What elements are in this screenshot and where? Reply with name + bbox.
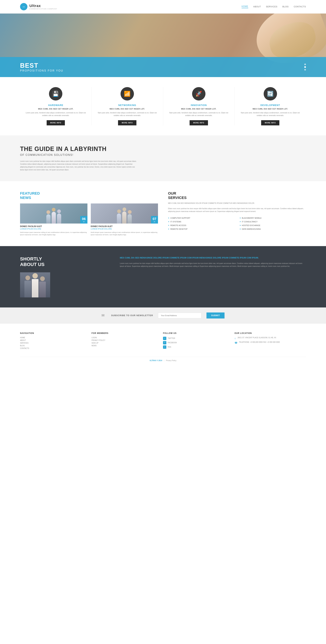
hero-text: BEST PROPOSITIONS FOR YOU bbox=[20, 62, 63, 72]
footer-members-signup[interactable]: SIGN UP bbox=[92, 342, 160, 344]
feature-innovation: 🚀 INNOVATION MES CUML DIA SED CET INGER … bbox=[163, 87, 235, 126]
networking-more-info[interactable]: MORE INFO bbox=[118, 120, 136, 126]
logo-icon: ↔ bbox=[20, 3, 28, 10]
about-right: MES CUML DIA SED INENIASINGE DOLORE IPSU… bbox=[120, 256, 306, 268]
footer-twitter[interactable]: t TWITTER bbox=[163, 337, 231, 340]
hero-dot-3[interactable] bbox=[304, 69, 306, 70]
services-col-2: ➤ BLACKBERRY MOBILE ➤ IT CONSULTANCY ➤ H… bbox=[240, 216, 306, 231]
footer-facebook[interactable]: f FACEBOOK bbox=[163, 341, 231, 344]
hardware-sub: MES CUML DIA SED CET INGER LOT. bbox=[38, 108, 74, 110]
features-section: 💾 HARDWARE MES CUML DIA SED CET INGER LO… bbox=[0, 77, 326, 136]
featured-news-label: FEATURED NEWS bbox=[20, 191, 158, 200]
about-left: SHORTLY ABOUT US bbox=[20, 256, 113, 298]
footer-nav-title: NAVIGATION bbox=[20, 332, 88, 334]
footer-address-text: 28/21 ST. VINCENT PLACE GLASGOW, G1 4B, … bbox=[238, 337, 276, 338]
about-title: SHORTLY ABOUT US bbox=[20, 256, 113, 267]
development-more-info[interactable]: MORE INFO bbox=[261, 120, 280, 126]
hero-dot-2[interactable] bbox=[304, 66, 306, 68]
labyrinth-title: THE GUIDE IN A LABYRINTH bbox=[20, 146, 306, 152]
feature-hardware: 💾 HARDWARE MES CUML DIA SED CET INGER LO… bbox=[20, 87, 92, 126]
service-blackberry[interactable]: ➤ BLACKBERRY MOBILE bbox=[240, 216, 306, 220]
innovation-sub: MES CUML DIA SED CET INGER LOT. bbox=[181, 108, 216, 110]
news-cards: 06 JA DONEC FACILISI ULET LOREM IPSUM DO… bbox=[20, 204, 158, 236]
newsletter-submit-button[interactable]: SUBMIT bbox=[206, 312, 224, 318]
service-data-warehousing[interactable]: ➤ DATA WAREHOUSING bbox=[240, 227, 306, 231]
footer-privacy-link[interactable]: Privacy Policy bbox=[166, 360, 176, 362]
service-remote-desktop[interactable]: ➤ REMOTE DESKTOP bbox=[168, 227, 234, 231]
development-title: DEVELOPMENT bbox=[260, 104, 280, 106]
newsletter-section: ✉ SUBSCRIBE TO OUR NEWSLETTER SUBMIT bbox=[0, 308, 326, 324]
chevron-right-icon: ➤ bbox=[240, 217, 241, 219]
footer-social-col: FOLLOW US t TWITTER f FACEBOOK r RSS bbox=[163, 332, 234, 350]
service-remote-access[interactable]: ➤ REMOTE ACCESS bbox=[168, 224, 234, 227]
service-it-systems[interactable]: ➤ IT SYSTEMS bbox=[168, 220, 234, 224]
service-hosted-exchange[interactable]: ➤ HOSTED EXCHANGE bbox=[240, 224, 306, 227]
footer-nav-about[interactable]: ABOUT bbox=[20, 340, 88, 341]
about-highlight: MES CUML DIA SED INENIASINGE DOLORE IPSU… bbox=[120, 256, 306, 260]
footer-nav-blog[interactable]: BLOG bbox=[20, 345, 88, 346]
news-card-1-title: DONEC FACILISI ULET bbox=[20, 225, 88, 228]
news-card-2-title: DONEC FACILISI ULET bbox=[91, 225, 158, 228]
services-columns: ➤ COMPUTER SUPPORT ➤ IT SYSTEMS ➤ REMOTE… bbox=[168, 216, 306, 231]
hero-title: BEST bbox=[20, 62, 63, 69]
about-photo bbox=[20, 272, 50, 298]
nav-about[interactable]: ABOUT bbox=[253, 6, 261, 8]
news-card-1: 06 JA DONEC FACILISI ULET LOREM IPSUM DO… bbox=[20, 204, 88, 236]
hero-dot-1[interactable] bbox=[304, 64, 306, 65]
innovation-desc: Nam justo ante, hendrerit vitae aliqua c… bbox=[166, 112, 231, 117]
nav-services[interactable]: SERVICES bbox=[266, 6, 277, 8]
feature-networking: 📶 NETWORKING MES CUML DIA SED CET INGER … bbox=[92, 87, 163, 126]
chevron-right-icon: ➤ bbox=[168, 217, 169, 219]
footer-phone: ☎ TELEPHONE: +0 000,000 0000 FAX: +0 000… bbox=[234, 341, 303, 344]
footer-members-privacy[interactable]: PRIVACY POLICY bbox=[92, 340, 160, 341]
footer-nav-contacts[interactable]: CONTACTS bbox=[20, 348, 88, 349]
news-img-people-1 bbox=[20, 204, 88, 224]
labyrinth-subtitle: OF COMMUNICATION SOLUTIONS! bbox=[20, 154, 306, 156]
nav-contacts[interactable]: CONTACTS bbox=[294, 6, 306, 8]
hero-section: BEST PROPOSITIONS FOR YOU bbox=[0, 14, 326, 77]
footer-nav-home[interactable]: HOME bbox=[20, 337, 88, 338]
service-computer-support[interactable]: ➤ COMPUTER SUPPORT bbox=[168, 216, 234, 220]
footer-members-col: FOR MEMBERS LOGIN PRIVACY POLICY SIGN UP… bbox=[92, 332, 163, 350]
logo-sub: COMMUNICATION COMPANY bbox=[30, 8, 57, 10]
footer-members-login[interactable]: LOGIN bbox=[92, 337, 160, 338]
news-card-1-sub: LOREM IPSUM DOLORE bbox=[20, 228, 88, 230]
nav-blog[interactable]: BLOG bbox=[282, 6, 289, 8]
footer-nav-services[interactable]: SERVICES bbox=[20, 342, 88, 344]
chevron-right-icon: ➤ bbox=[240, 221, 241, 222]
newsletter-email-input[interactable] bbox=[158, 313, 202, 318]
nav-home[interactable]: HOME bbox=[242, 5, 248, 8]
chevron-right-icon: ➤ bbox=[168, 224, 169, 226]
innovation-more-info[interactable]: MORE INFO bbox=[190, 120, 208, 126]
content-section: FEATURED NEWS bbox=[0, 181, 326, 246]
hardware-more-info[interactable]: MORE INFO bbox=[47, 120, 65, 126]
services-desc1: MES CUML DIA SED INENIASINGE DOLOR IPSUM… bbox=[168, 202, 306, 205]
networking-sub: MES CUML DIA SED CET INGER LOT. bbox=[110, 108, 145, 110]
networking-icon: 📶 bbox=[120, 87, 134, 100]
footer-rss[interactable]: r RSS bbox=[163, 346, 231, 349]
hero-subtitle: PROPOSITIONS FOR YOU bbox=[20, 69, 63, 72]
featured-news: FEATURED NEWS bbox=[20, 191, 158, 236]
footer-brand: ULTRAX © 2014 bbox=[150, 360, 162, 362]
news-card-2: 07 JA DONEC FACILISI ULET LOREM IPSUM DO… bbox=[91, 204, 158, 236]
development-icon: 🔄 bbox=[264, 87, 277, 100]
footer: NAVIGATION HOME ABOUT SERVICES BLOG CONT… bbox=[0, 324, 326, 366]
service-it-consultancy[interactable]: ➤ IT CONSULTANCY bbox=[240, 220, 306, 224]
footer-columns: NAVIGATION HOME ABOUT SERVICES BLOG CONT… bbox=[20, 332, 306, 350]
hardware-icon: 💾 bbox=[49, 87, 62, 100]
footer-nav-col: NAVIGATION HOME ABOUT SERVICES BLOG CONT… bbox=[20, 332, 92, 350]
about-section: SHORTLY ABOUT US MES CUML DIA SED I bbox=[0, 246, 326, 308]
footer-members-news[interactable]: NEWS bbox=[92, 345, 160, 346]
twitter-label: TWITTER bbox=[168, 338, 175, 339]
our-services: OUR SERVICES MES CUML DIA SED INENIASING… bbox=[168, 191, 306, 236]
main-nav: HOME ABOUT SERVICES BLOG CONTACTS bbox=[242, 5, 306, 8]
networking-title: NETWORKING bbox=[118, 104, 136, 106]
innovation-title: INNOVATION bbox=[191, 104, 207, 106]
about-text: Lorem nunc nunc pulvinar leo duis neque … bbox=[120, 262, 306, 268]
development-sub: MES CUML DIA SED CET INGER LOT. bbox=[252, 108, 288, 110]
phone-icon: ☎ bbox=[234, 342, 238, 344]
logo-name: Ultrax bbox=[30, 4, 57, 8]
hero-overlay: BEST PROPOSITIONS FOR YOU bbox=[0, 57, 326, 77]
footer-address: ⌂ 28/21 ST. VINCENT PLACE GLASGOW, G1 4B… bbox=[234, 337, 303, 340]
chevron-right-icon: ➤ bbox=[168, 228, 169, 230]
